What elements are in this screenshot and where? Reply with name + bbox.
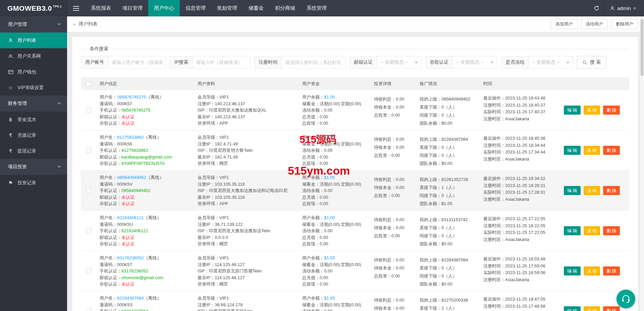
text: 用户余额：: [302, 95, 324, 100]
value-link[interactable]: $1.05: [324, 95, 335, 100]
value-link[interactable]: $1.55: [324, 255, 335, 260]
value-link[interactable]: $1.05: [324, 135, 335, 140]
edit-button[interactable]: 编 辑: [564, 306, 581, 311]
sidebar-group-user-management[interactable]: 用户管理: [0, 16, 67, 33]
add-user-button[interactable]: 添加用户: [551, 19, 578, 29]
delete-user-button[interactable]: 删除用户: [611, 19, 638, 29]
header-promotion: 推广情况: [416, 81, 480, 87]
email-auth-select[interactable]: -- 全部状态 --: [377, 56, 421, 69]
text: 待收本金：0.00: [374, 225, 404, 230]
text: 间接下级：0（人）: [420, 233, 457, 238]
value-link[interactable]: $1.00: [324, 215, 335, 220]
freeze-user-button[interactable]: 冻结用户: [581, 19, 608, 29]
nav-item-points-mall[interactable]: 积分商城: [269, 0, 301, 16]
nav-item-system[interactable]: 系统管理: [301, 0, 332, 16]
text: 最后IP：0.0.0.0: [198, 235, 228, 240]
sidebar-item-vip-settings[interactable]: ☆ VIP等级设置: [0, 80, 67, 96]
freeze-button[interactable]: 冻 结: [584, 186, 600, 195]
sidebar-item-user-list[interactable]: 用户列表: [0, 33, 67, 48]
row-checkbox[interactable]: [86, 228, 91, 233]
value-link[interactable]: $1.05: [324, 175, 335, 180]
nav-item-user-center[interactable]: 用户中心: [148, 0, 180, 16]
text: 注册时间：2023-11-25 18:28:31: [483, 183, 545, 188]
ip-input[interactable]: [193, 56, 250, 69]
frozen-select[interactable]: -- 全部状态 --: [529, 56, 573, 69]
nav-item-reports[interactable]: 系统报表: [85, 0, 117, 16]
user-list-card: 条件搜索 用户账号 IP搜索 注册时间 邮箱认证: [72, 37, 638, 311]
baht-icon: ฿: [7, 117, 14, 123]
edit-button[interactable]: 编 辑: [564, 266, 581, 275]
cell-time: 最近操作：2023-11-25 17:22:05注册时间：2023-11-25 …: [480, 211, 561, 251]
delete-button[interactable]: 删 除: [603, 306, 620, 311]
freeze-button[interactable]: 冻 结: [584, 306, 600, 311]
refresh-icon[interactable]: [589, 0, 604, 16]
scrollbar-thumb[interactable]: [641, 19, 643, 76]
row-checkbox[interactable]: [86, 188, 91, 193]
select-all-checkbox[interactable]: [86, 81, 91, 86]
account-input[interactable]: [108, 56, 166, 69]
delete-button[interactable]: 删 除: [603, 266, 620, 275]
text: 未认证: [121, 121, 135, 126]
nav-item-rewards[interactable]: 奖励管理: [211, 0, 243, 16]
sidebar-item-withdraw-records[interactable]: ₹ 提现记录: [0, 143, 67, 159]
text: 注册时间：2023-11-25 17:59:06: [483, 263, 545, 268]
value-link[interactable]: 82163406121: [117, 215, 144, 220]
value-link[interactable]: 81275633862: [117, 135, 144, 140]
text: 手机认证：: [100, 228, 121, 233]
sidebar-item-investment-records[interactable]: ⚑ 投资记录: [0, 175, 67, 191]
sidebar-item-user-network[interactable]: 用户关系网: [0, 48, 67, 64]
google-auth-select[interactable]: -- 全部状态 --: [453, 56, 497, 69]
nav-item-info[interactable]: 信息管理: [180, 0, 211, 16]
sidebar-group-project-investment[interactable]: 项目投资: [0, 159, 67, 175]
value-link[interactable]: 085640949452: [117, 175, 146, 180]
edit-button[interactable]: 编 辑: [564, 186, 581, 195]
nav-item-projects[interactable]: 项目管理: [117, 0, 148, 16]
freeze-button[interactable]: 冻 结: [584, 146, 600, 155]
cell-invest: 待收利息：0.00待收本金：0.00总投资：0.00: [371, 211, 416, 251]
row-checkbox[interactable]: [86, 148, 91, 153]
search-button[interactable]: 搜 索: [577, 56, 606, 69]
row-checkbox[interactable]: [86, 308, 91, 311]
regtime-input[interactable]: [282, 56, 345, 69]
admin-user-menu[interactable]: admin ∧: [604, 0, 644, 16]
text: 实际时间：2023-11-25 17:40:37: [483, 109, 545, 114]
text: 团队余额：$0.00: [420, 161, 452, 166]
filter-google-auth: 谷歌认证 -- 全部状态 --: [425, 56, 497, 69]
value-link[interactable]: 82284387064: [117, 296, 144, 301]
value-link[interactable]: $1.55: [324, 296, 335, 301]
text: 邀请码：000K57: [100, 101, 132, 106]
freeze-button[interactable]: 冻 结: [584, 106, 600, 115]
cell-time: 最近操作：2023-11-25 18:45:36注册时间：2023-11-25 …: [480, 130, 561, 170]
sidebar-item-user-wallet[interactable]: 用户钱包: [0, 64, 67, 80]
text: 用户名：: [100, 255, 117, 260]
text: 085640949452: [121, 188, 151, 193]
nav-item-savings[interactable]: 储蓄金: [243, 0, 269, 16]
cell-promo: 我的上级：085640949452直接下级：0（人）间接下级：0（人）团队余额：…: [416, 90, 480, 130]
dropdown-arrow-icon: [490, 62, 494, 64]
delete-button[interactable]: 删 除: [603, 226, 620, 235]
sidebar-item-recharge-records[interactable]: ₹ 充值记录: [0, 127, 67, 143]
text: 邀请码：000K5S: [100, 302, 132, 307]
edit-button[interactable]: 编 辑: [564, 226, 581, 235]
text: 间接下级：0（人）: [420, 153, 457, 158]
customer-service-button[interactable]: [616, 290, 635, 308]
edit-button[interactable]: 编 辑: [564, 106, 581, 115]
freeze-button[interactable]: 冻 结: [584, 226, 600, 235]
delete-button[interactable]: 删 除: [603, 106, 620, 115]
header-invest-detail: 投资详情: [371, 81, 416, 87]
row-checkbox[interactable]: [86, 108, 91, 113]
hamburger-menu-icon[interactable]: [67, 0, 85, 16]
users-icon: [7, 54, 14, 59]
edit-button[interactable]: 编 辑: [564, 146, 581, 155]
sidebar-item-fund-flow[interactable]: ฿ 资金流水: [0, 112, 67, 127]
value-link[interactable]: 83176238052: [117, 255, 144, 260]
table-header: 用户信息 用户资料 用户资金 投资详情 推广情况 时间: [81, 77, 629, 90]
row-checkbox[interactable]: [86, 268, 91, 273]
freeze-button[interactable]: 冻 结: [584, 266, 600, 275]
sidebar-group-finance[interactable]: 财务管理: [0, 96, 67, 112]
text: 最近操作：2023-11-25 18:47:05: [483, 297, 545, 302]
value-link[interactable]: 085876745275: [117, 95, 146, 100]
text: 手机认证：: [100, 309, 121, 311]
delete-button[interactable]: 删 除: [603, 186, 620, 195]
delete-button[interactable]: 删 除: [603, 146, 620, 155]
